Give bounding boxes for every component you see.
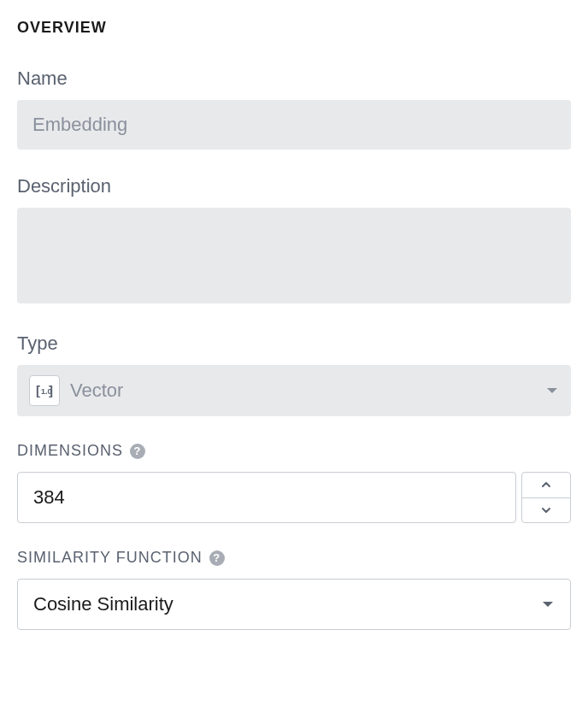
similarity-value: Cosine Similarity [33, 593, 173, 615]
similarity-field-group: SIMILARITY FUNCTION ? Cosine Similarity [17, 549, 571, 630]
type-select[interactable]: [ 1.0 ] Vector [17, 365, 571, 416]
section-heading: OVERVIEW [17, 19, 571, 37]
step-up-button[interactable] [521, 472, 571, 498]
name-label: Name [17, 68, 571, 90]
type-label: Type [17, 333, 571, 355]
step-down-button[interactable] [521, 497, 571, 524]
dimensions-input[interactable] [17, 472, 516, 523]
similarity-label: SIMILARITY FUNCTION ? [17, 549, 571, 567]
vector-type-icon: [ 1.0 ] [29, 375, 60, 406]
name-input[interactable] [17, 100, 571, 150]
help-icon[interactable]: ? [209, 550, 225, 566]
description-field-group: Description [17, 175, 571, 307]
description-label: Description [17, 175, 571, 197]
caret-down-icon [541, 597, 555, 611]
description-input[interactable] [17, 208, 571, 303]
similarity-select[interactable]: Cosine Similarity [17, 579, 571, 630]
svg-text:]: ] [49, 383, 53, 397]
dimensions-stepper [521, 472, 571, 523]
dimensions-field-group: DIMENSIONS ? [17, 442, 571, 523]
dimensions-label-text: DIMENSIONS [17, 442, 123, 460]
svg-text:[: [ [36, 383, 40, 397]
type-value: Vector [70, 380, 535, 402]
similarity-label-text: SIMILARITY FUNCTION [17, 549, 203, 567]
dimensions-input-row [17, 472, 571, 523]
dimensions-label: DIMENSIONS ? [17, 442, 571, 460]
name-field-group: Name [17, 68, 571, 150]
help-icon[interactable]: ? [130, 444, 145, 459]
caret-down-icon [545, 384, 559, 397]
type-field-group: Type [ 1.0 ] Vector [17, 333, 571, 416]
